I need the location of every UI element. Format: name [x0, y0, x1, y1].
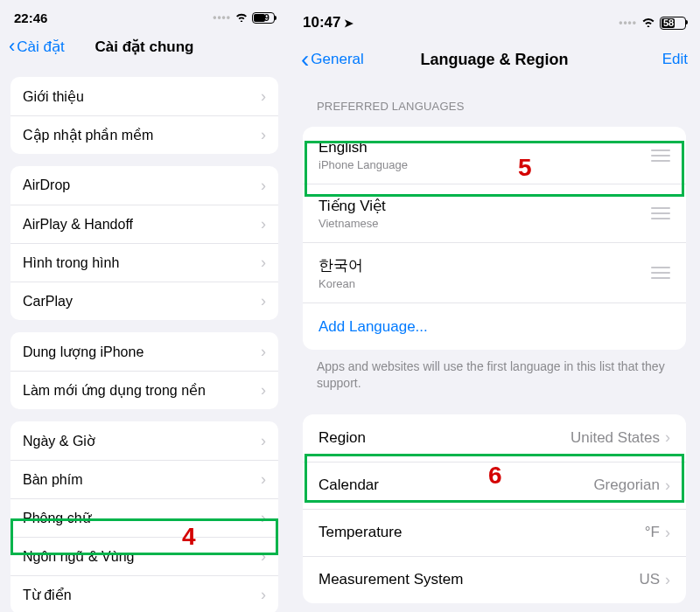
row-pip[interactable]: Hình trong hình› — [10, 243, 278, 282]
chevron-right-icon: › — [665, 476, 670, 495]
back-button[interactable]: ‹ General — [301, 47, 364, 72]
back-label: Cài đặt — [17, 38, 64, 56]
chevron-left-icon: ‹ — [301, 47, 309, 72]
content: Preferred Languages EnglishiPhone Langua… — [289, 82, 700, 612]
status-bar: 10:47 ➤ •••• 58 — [289, 0, 700, 38]
content: Giới thiệu› Cập nhật phần mềm› AirDrop› … — [0, 65, 289, 612]
group-languages: EnglishiPhone Language Tiếng ViệtVietnam… — [303, 127, 686, 350]
row-region[interactable]: RegionUnited States› — [303, 414, 686, 462]
chevron-right-icon: › — [261, 586, 266, 604]
section-header-languages: Preferred Languages — [289, 82, 700, 118]
row-measurement[interactable]: Measurement SystemUS› — [303, 556, 686, 603]
chevron-right-icon: › — [665, 428, 670, 447]
status-time: 22:46 — [14, 10, 47, 25]
phone-language-region: 10:47 ➤ •••• 58 ‹ General Language & Reg… — [289, 0, 700, 612]
group-airdrop: AirDrop› AirPlay & Handoff› Hình trong h… — [10, 166, 278, 320]
phone-general-settings: 22:46 •••• 59 ‹ Cài đặt Cài đặt chung Gi… — [0, 0, 289, 612]
chevron-right-icon: › — [261, 87, 266, 106]
row-language-region[interactable]: Ngôn ngữ & Vùng› — [10, 537, 278, 575]
row-lang-korean[interactable]: 한국어Korean — [303, 242, 686, 303]
nav-bar: ‹ Cài đặt Cài đặt chung — [0, 31, 289, 65]
chevron-right-icon: › — [261, 126, 266, 144]
row-airdrop[interactable]: AirDrop› — [10, 166, 278, 205]
row-carplay[interactable]: CarPlay› — [10, 282, 278, 320]
chevron-right-icon: › — [261, 215, 266, 233]
chevron-left-icon: ‹ — [9, 37, 15, 56]
chevron-right-icon: › — [261, 254, 266, 272]
wifi-icon — [234, 10, 248, 24]
edit-button[interactable]: Edit — [662, 51, 688, 68]
row-airplay[interactable]: AirPlay & Handoff› — [10, 205, 278, 243]
back-label: General — [311, 51, 363, 68]
chevron-right-icon: › — [261, 547, 266, 566]
location-icon: ➤ — [344, 17, 354, 30]
nav-bar: ‹ General Language & Region Edit — [289, 38, 700, 82]
row-lang-vietnamese[interactable]: Tiếng ViệtVietnamese — [303, 184, 686, 242]
drag-handle-icon[interactable] — [651, 207, 670, 219]
row-dictionary[interactable]: Từ điển› — [10, 575, 278, 612]
battery-pct: 59 — [259, 12, 270, 23]
chevron-right-icon: › — [261, 292, 266, 310]
footer-note: Apps and websites will use the first lan… — [289, 350, 700, 392]
chevron-right-icon: › — [261, 432, 266, 450]
row-add-language[interactable]: Add Language... — [303, 303, 686, 350]
group-about: Giới thiệu› Cập nhật phần mềm› — [10, 77, 278, 154]
chevron-right-icon: › — [261, 381, 266, 400]
row-software-update[interactable]: Cập nhật phần mềm› — [10, 115, 278, 154]
chevron-right-icon: › — [261, 177, 266, 195]
group-region: RegionUnited States› CalendarGregorian› … — [303, 414, 686, 603]
wifi-icon — [640, 16, 656, 30]
row-storage[interactable]: Dung lượng iPhone› — [10, 332, 278, 371]
row-bgrefresh[interactable]: Làm mới ứng dụng trong nền› — [10, 371, 278, 409]
back-button[interactable]: ‹ Cài đặt — [9, 37, 65, 56]
status-right: •••• 58 — [619, 16, 686, 30]
row-about[interactable]: Giới thiệu› — [10, 77, 278, 115]
chevron-right-icon: › — [261, 470, 266, 489]
row-calendar[interactable]: CalendarGregorian› — [303, 462, 686, 509]
battery-pct: 58 — [663, 17, 674, 28]
row-fonts[interactable]: Phông chữ› — [10, 498, 278, 537]
drag-handle-icon[interactable] — [651, 150, 670, 162]
row-datetime[interactable]: Ngày & Giờ› — [10, 421, 278, 460]
chevron-right-icon: › — [261, 509, 266, 527]
chevron-right-icon: › — [665, 571, 670, 589]
chevron-right-icon: › — [665, 524, 670, 542]
cellular-icon: •••• — [619, 17, 637, 29]
cellular-icon: •••• — [213, 11, 231, 24]
drag-handle-icon[interactable] — [651, 267, 670, 279]
status-time: 10:47 ➤ — [303, 14, 354, 31]
row-keyboard[interactable]: Bàn phím› — [10, 460, 278, 498]
row-lang-english[interactable]: EnglishiPhone Language — [303, 127, 686, 184]
row-temperature[interactable]: Temperature°F› — [303, 509, 686, 556]
chevron-right-icon: › — [261, 343, 266, 361]
group-datetime: Ngày & Giờ› Bàn phím› Phông chữ› Ngôn ng… — [10, 421, 278, 612]
status-right: •••• 59 — [213, 10, 275, 24]
group-storage: Dung lượng iPhone› Làm mới ứng dụng tron… — [10, 332, 278, 409]
status-bar: 22:46 •••• 59 — [0, 0, 289, 31]
